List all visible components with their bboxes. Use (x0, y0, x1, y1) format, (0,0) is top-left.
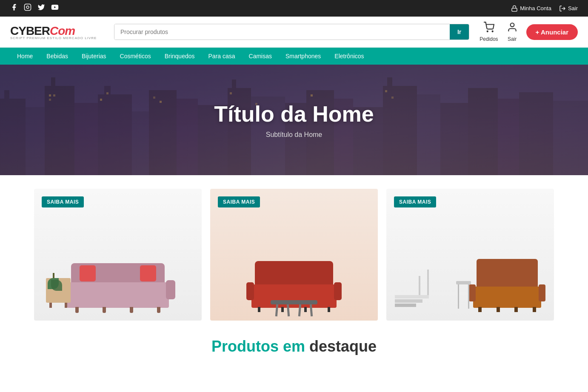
nav-item-smartphones[interactable]: Smartphones (279, 48, 328, 65)
cart-icon (483, 22, 494, 35)
svg-rect-13 (51, 77, 55, 86)
svg-rect-28 (383, 86, 417, 175)
svg-rect-15 (98, 94, 132, 175)
saiba-mais-2[interactable]: SAIBA MAIS (218, 196, 260, 207)
hero-banner: Título da Home Subtítulo da Home (0, 65, 588, 175)
svg-rect-17 (132, 111, 149, 175)
svg-rect-31 (440, 103, 468, 175)
pedidos-label: Pedidos (480, 36, 498, 42)
youtube-icon[interactable] (51, 3, 59, 13)
svg-rect-3 (512, 8, 517, 11)
search-input[interactable] (114, 24, 450, 40)
banners-section: SAIBA MAIS (0, 175, 588, 329)
svg-rect-47 (391, 97, 394, 99)
sair-header-label: Sair (508, 36, 517, 42)
sair-header-button[interactable]: Sair (507, 22, 518, 42)
svg-rect-10 (4, 90, 9, 99)
nav-item-para-casa[interactable]: Para casa (202, 48, 242, 65)
nav-item-cosmeticos[interactable]: Cosméticos (113, 48, 158, 65)
destaque-normal: destaque (309, 338, 377, 355)
svg-rect-0 (25, 4, 31, 11)
search-bar: Ir (114, 24, 469, 40)
nav-item-bebidas[interactable]: Bebidas (40, 48, 75, 65)
logo-tagline: SCRIPT PREMIUM ESTILO MERCADO LIVRE (10, 36, 104, 40)
search-button[interactable]: Ir (450, 24, 469, 40)
svg-rect-33 (498, 99, 519, 175)
nav-item-brinquedos[interactable]: Brinquedos (158, 48, 202, 65)
top-bar-right: Minha Conta Sair (511, 5, 578, 12)
header: CYBERCom SCRIPT PREMIUM ESTILO MERCADO L… (0, 17, 588, 48)
svg-rect-18 (149, 90, 177, 175)
nav-item-eletronicos[interactable]: Eletrônicos (328, 48, 371, 65)
hero-content: Título da Home Subtítulo da Home (214, 101, 374, 139)
svg-rect-34 (519, 92, 553, 175)
svg-rect-22 (232, 80, 236, 89)
svg-rect-45 (311, 94, 313, 97)
destaque-section: Produtos em destaque (0, 329, 588, 360)
social-icons (10, 3, 59, 13)
top-bar: Minha Conta Sair (0, 0, 588, 17)
svg-rect-37 (53, 94, 55, 97)
svg-rect-46 (385, 90, 387, 92)
minha-conta-link[interactable]: Minha Conta (511, 5, 551, 12)
svg-point-7 (510, 23, 514, 27)
svg-rect-38 (49, 99, 51, 101)
sair-topbar-link[interactable]: Sair (559, 5, 578, 12)
svg-rect-9 (0, 99, 26, 175)
svg-rect-43 (230, 92, 232, 94)
nav-item-home[interactable]: Home (10, 48, 40, 65)
svg-rect-35 (553, 101, 588, 175)
logo-area: CYBERCom SCRIPT PREMIUM ESTILO MERCADO L… (10, 24, 104, 40)
destaque-title: Produtos em destaque (34, 338, 554, 355)
logo-cyber: CYBER (10, 24, 50, 37)
svg-point-6 (492, 31, 493, 32)
hero-title: Título da Home (214, 101, 374, 127)
svg-rect-30 (417, 94, 440, 175)
hero-subtitle: Subtítulo da Home (214, 131, 374, 139)
main-nav: Home Bebidas Bijuterias Cosméticos Brinq… (0, 48, 588, 65)
destaque-highlight: Produtos em (211, 338, 305, 355)
svg-rect-39 (100, 99, 102, 101)
svg-rect-19 (177, 99, 198, 175)
header-actions: Pedidos Sair + Anunciar (480, 22, 578, 42)
banner-card-1: SAIBA MAIS (34, 189, 202, 321)
instagram-icon[interactable] (24, 3, 31, 13)
svg-point-5 (487, 31, 488, 32)
svg-rect-29 (387, 77, 392, 87)
anunciar-button[interactable]: + Anunciar (526, 24, 578, 40)
pedidos-button[interactable]: Pedidos (480, 22, 498, 42)
nav-item-bijuterias[interactable]: Bijuterias (75, 48, 113, 65)
twitter-icon[interactable] (37, 3, 45, 13)
svg-rect-36 (49, 94, 51, 97)
nav-item-camisas[interactable]: Camisas (242, 48, 279, 65)
facebook-icon[interactable] (10, 3, 18, 13)
svg-rect-14 (74, 103, 98, 175)
user-icon (507, 22, 518, 35)
svg-rect-41 (153, 97, 155, 99)
banner-card-3: SAIBA MAIS (386, 189, 554, 321)
saiba-mais-3[interactable]: SAIBA MAIS (394, 196, 436, 207)
svg-rect-32 (468, 88, 498, 175)
saiba-mais-1[interactable]: SAIBA MAIS (42, 196, 84, 207)
logo-com: Com (50, 24, 75, 37)
svg-rect-42 (160, 101, 162, 103)
svg-rect-11 (26, 107, 45, 175)
banner-card-2: SAIBA MAIS (210, 189, 378, 321)
svg-rect-40 (106, 92, 108, 94)
